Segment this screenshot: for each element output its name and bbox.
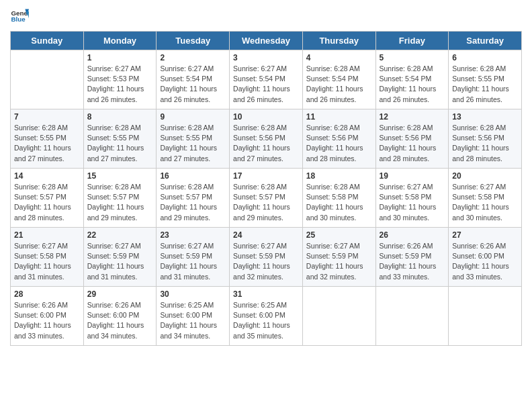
calendar-cell: 30Sunrise: 6:25 AM Sunset: 6:00 PM Dayli… — [157, 287, 230, 346]
logo-icon: General Blue — [10, 7, 29, 26]
calendar-cell: 7Sunrise: 6:28 AM Sunset: 5:55 PM Daylig… — [11, 109, 84, 169]
calendar-cell — [449, 287, 522, 346]
day-number: 30 — [160, 289, 226, 299]
day-number: 14 — [14, 171, 80, 181]
day-info: Sunrise: 6:26 AM Sunset: 6:00 PM Dayligh… — [14, 300, 80, 341]
day-info: Sunrise: 6:26 AM Sunset: 5:59 PM Dayligh… — [380, 241, 445, 282]
calendar-week-row: 14Sunrise: 6:28 AM Sunset: 5:57 PM Dayli… — [11, 169, 522, 228]
day-info: Sunrise: 6:27 AM Sunset: 5:58 PM Dayligh… — [452, 182, 518, 223]
day-number: 8 — [87, 112, 153, 122]
day-number: 18 — [306, 171, 372, 181]
logo: General Blue — [10, 7, 32, 26]
calendar-cell: 26Sunrise: 6:26 AM Sunset: 5:59 PM Dayli… — [375, 228, 449, 287]
calendar-cell: 13Sunrise: 6:28 AM Sunset: 5:56 PM Dayli… — [449, 109, 522, 169]
calendar-cell: 28Sunrise: 6:26 AM Sunset: 6:00 PM Dayli… — [11, 287, 84, 346]
day-number: 16 — [160, 171, 226, 181]
calendar-cell: 25Sunrise: 6:27 AM Sunset: 5:59 PM Dayli… — [302, 228, 375, 287]
day-info: Sunrise: 6:27 AM Sunset: 5:59 PM Dayligh… — [160, 241, 226, 282]
day-info: Sunrise: 6:27 AM Sunset: 5:58 PM Dayligh… — [14, 241, 80, 282]
calendar-cell: 12Sunrise: 6:28 AM Sunset: 5:56 PM Dayli… — [375, 109, 449, 169]
day-info: Sunrise: 6:28 AM Sunset: 5:57 PM Dayligh… — [233, 182, 299, 223]
calendar-cell: 8Sunrise: 6:28 AM Sunset: 5:55 PM Daylig… — [83, 109, 157, 169]
calendar-cell: 21Sunrise: 6:27 AM Sunset: 5:58 PM Dayli… — [11, 228, 84, 287]
calendar-cell: 31Sunrise: 6:25 AM Sunset: 6:00 PM Dayli… — [230, 287, 303, 346]
day-number: 22 — [87, 230, 153, 240]
day-info: Sunrise: 6:26 AM Sunset: 6:00 PM Dayligh… — [452, 241, 518, 282]
day-number: 19 — [380, 171, 445, 181]
calendar-cell: 4Sunrise: 6:28 AM Sunset: 5:54 PM Daylig… — [302, 50, 375, 109]
calendar-cell — [375, 287, 449, 346]
day-number: 21 — [14, 230, 80, 240]
calendar-header-wednesday: Wednesday — [230, 32, 303, 50]
calendar-cell: 11Sunrise: 6:28 AM Sunset: 5:56 PM Dayli… — [302, 109, 375, 169]
calendar-cell: 15Sunrise: 6:28 AM Sunset: 5:57 PM Dayli… — [83, 169, 157, 228]
calendar-cell: 2Sunrise: 6:27 AM Sunset: 5:54 PM Daylig… — [157, 50, 230, 109]
day-number: 5 — [380, 53, 445, 62]
day-info: Sunrise: 6:28 AM Sunset: 5:56 PM Dayligh… — [306, 123, 372, 164]
calendar-cell: 20Sunrise: 6:27 AM Sunset: 5:58 PM Dayli… — [449, 169, 522, 228]
calendar-cell: 5Sunrise: 6:28 AM Sunset: 5:54 PM Daylig… — [375, 50, 449, 109]
calendar-cell: 24Sunrise: 6:27 AM Sunset: 5:59 PM Dayli… — [230, 228, 303, 287]
calendar-week-row: 21Sunrise: 6:27 AM Sunset: 5:58 PM Dayli… — [11, 228, 522, 287]
day-number: 12 — [380, 112, 445, 122]
calendar-cell: 18Sunrise: 6:28 AM Sunset: 5:58 PM Dayli… — [302, 169, 375, 228]
calendar-cell: 10Sunrise: 6:28 AM Sunset: 5:56 PM Dayli… — [230, 109, 303, 169]
day-number: 9 — [160, 112, 226, 122]
day-number: 2 — [160, 53, 226, 62]
calendar-cell: 29Sunrise: 6:26 AM Sunset: 6:00 PM Dayli… — [83, 287, 157, 346]
day-number: 11 — [306, 112, 372, 122]
calendar-cell: 6Sunrise: 6:28 AM Sunset: 5:55 PM Daylig… — [449, 50, 522, 109]
day-number: 25 — [306, 230, 372, 240]
calendar-cell — [302, 287, 375, 346]
calendar-week-row: 1Sunrise: 6:27 AM Sunset: 5:53 PM Daylig… — [11, 50, 522, 109]
day-info: Sunrise: 6:28 AM Sunset: 5:57 PM Dayligh… — [87, 182, 153, 223]
day-info: Sunrise: 6:28 AM Sunset: 5:56 PM Dayligh… — [233, 123, 299, 164]
header: General Blue — [10, 7, 522, 26]
calendar-header-sunday: Sunday — [11, 32, 84, 50]
calendar-cell — [11, 50, 84, 109]
day-info: Sunrise: 6:28 AM Sunset: 5:55 PM Dayligh… — [452, 64, 518, 105]
day-number: 29 — [87, 289, 153, 299]
day-number: 4 — [306, 53, 372, 62]
day-number: 23 — [160, 230, 226, 240]
day-info: Sunrise: 6:28 AM Sunset: 5:57 PM Dayligh… — [14, 182, 80, 223]
day-info: Sunrise: 6:28 AM Sunset: 5:58 PM Dayligh… — [306, 182, 372, 223]
day-number: 17 — [233, 171, 299, 181]
day-info: Sunrise: 6:27 AM Sunset: 5:54 PM Dayligh… — [160, 64, 226, 105]
calendar-header-row: SundayMondayTuesdayWednesdayThursdayFrid… — [11, 32, 522, 50]
calendar-cell: 27Sunrise: 6:26 AM Sunset: 6:00 PM Dayli… — [449, 228, 522, 287]
day-info: Sunrise: 6:28 AM Sunset: 5:54 PM Dayligh… — [306, 64, 372, 105]
day-number: 31 — [233, 289, 299, 299]
calendar-cell: 14Sunrise: 6:28 AM Sunset: 5:57 PM Dayli… — [11, 169, 84, 228]
day-info: Sunrise: 6:28 AM Sunset: 5:57 PM Dayligh… — [160, 182, 226, 223]
day-number: 27 — [452, 230, 518, 240]
day-info: Sunrise: 6:28 AM Sunset: 5:54 PM Dayligh… — [380, 64, 445, 105]
calendar-cell: 9Sunrise: 6:28 AM Sunset: 5:55 PM Daylig… — [157, 109, 230, 169]
day-number: 7 — [14, 112, 80, 122]
svg-text:Blue: Blue — [11, 15, 26, 23]
day-info: Sunrise: 6:28 AM Sunset: 5:55 PM Dayligh… — [14, 123, 80, 164]
calendar-cell: 1Sunrise: 6:27 AM Sunset: 5:53 PM Daylig… — [83, 50, 157, 109]
day-number: 26 — [380, 230, 445, 240]
day-number: 10 — [233, 112, 299, 122]
day-info: Sunrise: 6:27 AM Sunset: 5:59 PM Dayligh… — [233, 241, 299, 282]
day-info: Sunrise: 6:25 AM Sunset: 6:00 PM Dayligh… — [233, 300, 299, 341]
calendar-cell: 17Sunrise: 6:28 AM Sunset: 5:57 PM Dayli… — [230, 169, 303, 228]
calendar-cell: 19Sunrise: 6:27 AM Sunset: 5:58 PM Dayli… — [375, 169, 449, 228]
calendar-header-monday: Monday — [83, 32, 157, 50]
calendar-cell: 16Sunrise: 6:28 AM Sunset: 5:57 PM Dayli… — [157, 169, 230, 228]
calendar-week-row: 28Sunrise: 6:26 AM Sunset: 6:00 PM Dayli… — [11, 287, 522, 346]
calendar-cell: 3Sunrise: 6:27 AM Sunset: 5:54 PM Daylig… — [230, 50, 303, 109]
day-info: Sunrise: 6:27 AM Sunset: 5:59 PM Dayligh… — [306, 241, 372, 282]
calendar-cell: 23Sunrise: 6:27 AM Sunset: 5:59 PM Dayli… — [157, 228, 230, 287]
day-info: Sunrise: 6:26 AM Sunset: 6:00 PM Dayligh… — [87, 300, 153, 341]
day-number: 1 — [87, 53, 153, 62]
calendar-cell: 22Sunrise: 6:27 AM Sunset: 5:59 PM Dayli… — [83, 228, 157, 287]
day-number: 6 — [452, 53, 518, 62]
day-info: Sunrise: 6:28 AM Sunset: 5:56 PM Dayligh… — [452, 123, 518, 164]
day-info: Sunrise: 6:25 AM Sunset: 6:00 PM Dayligh… — [160, 300, 226, 341]
calendar-header-friday: Friday — [375, 32, 449, 50]
day-number: 13 — [452, 112, 518, 122]
calendar-table: SundayMondayTuesdayWednesdayThursdayFrid… — [10, 31, 522, 346]
calendar-header-saturday: Saturday — [449, 32, 522, 50]
